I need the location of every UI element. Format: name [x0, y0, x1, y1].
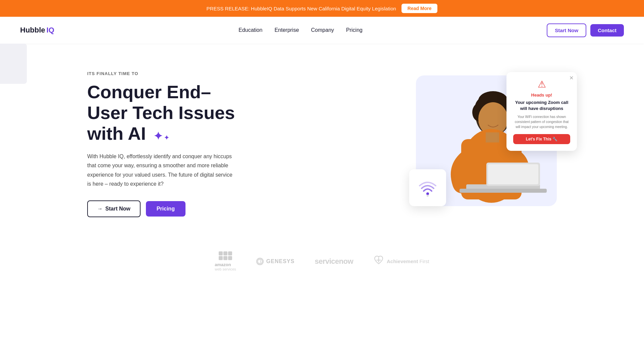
svg-point-13 — [426, 192, 429, 195]
logo[interactable]: HubbleIQ — [20, 26, 54, 35]
nav-education[interactable]: Education — [238, 27, 262, 33]
logo-hubble: Hubble — [20, 26, 45, 35]
alert-heads-up: Heads up! — [513, 93, 570, 98]
achievement-first-text: Achievement First — [387, 258, 429, 264]
wifi-card — [409, 169, 446, 206]
alert-close-button[interactable]: ✕ — [569, 75, 574, 81]
achievement-text-bold: Achievement — [387, 258, 420, 264]
svg-rect-10 — [460, 189, 547, 193]
hero-title-line3: with AI — [87, 123, 146, 143]
announcement-text: PRESS RELEASE: HubbleIQ Data Supports Ne… — [207, 6, 396, 11]
arrow-right-icon: → — [97, 206, 103, 212]
hero-title: Conquer End– User Tech Issues with AI ✦✦ — [87, 81, 235, 144]
aws-logo-sub: web services — [215, 267, 236, 271]
hero-buttons: → Start Now Pricing — [87, 200, 235, 217]
aws-logo-text: amazon — [215, 262, 236, 267]
achievement-first-logo: Achievement First — [373, 255, 429, 268]
hero-visual: ✕ ⚠ Heads up! Your upcoming Zoom call wi… — [409, 72, 577, 216]
alert-body: Your WiFi connection has shown consisten… — [513, 114, 570, 129]
hero-title-line2: User Tech Issues — [87, 103, 235, 123]
alert-fix-button[interactable]: Let's Fix This 🔧 — [513, 134, 570, 144]
hero-title-line1: Conquer End– — [87, 82, 211, 102]
announcement-bar: PRESS RELEASE: HubbleIQ Data Supports Ne… — [0, 0, 644, 17]
genesys-text: GENESYS — [266, 258, 294, 264]
sidebar-placeholder — [0, 44, 27, 84]
servicenow-logo: servicenow — [315, 257, 353, 266]
achievement-text-normal: First — [420, 258, 429, 264]
hero-description: With Hubble IQ, effortlessly identify an… — [87, 152, 235, 188]
navbar: HubbleIQ Education Enterprise Company Pr… — [0, 17, 644, 44]
nav-pricing[interactable]: Pricing — [346, 27, 363, 33]
svg-point-14 — [427, 195, 429, 197]
aws-logo: amazon web services — [215, 251, 236, 271]
hero-eyebrow: ITS FINALLY TIME TO — [87, 71, 235, 76]
logo-iq: IQ — [47, 26, 54, 35]
nav-enterprise[interactable]: Enterprise — [274, 27, 299, 33]
hero-pricing-button[interactable]: Pricing — [146, 201, 185, 217]
achievement-heart-icon — [373, 255, 384, 268]
nav-actions: Start Now Contact — [547, 23, 624, 37]
sparkles-icon: ✦✦ — [154, 130, 169, 142]
svg-rect-8 — [486, 132, 499, 142]
hero-content: ITS FINALLY TIME TO Conquer End– User Te… — [87, 71, 235, 217]
svg-rect-12 — [488, 164, 538, 184]
logos-section: amazon web services GENESYS servicenow A… — [0, 238, 644, 291]
hero-section: ITS FINALLY TIME TO Conquer End– User Te… — [0, 44, 644, 238]
alert-card: ✕ ⚠ Heads up! Your upcoming Zoom call wi… — [506, 72, 577, 151]
genesys-icon — [256, 258, 264, 265]
alert-warning-icon: ⚠ — [513, 79, 570, 90]
genesys-logo: GENESYS — [256, 258, 294, 265]
nav-start-now-button[interactable]: Start Now — [547, 23, 586, 37]
wifi-icon — [417, 176, 438, 199]
read-more-button[interactable]: Read More — [401, 4, 438, 13]
servicenow-text: servicenow — [315, 257, 353, 266]
aws-boxes-icon — [219, 251, 232, 260]
alert-title: Your upcoming Zoom call will have disrup… — [513, 100, 570, 112]
nav-company[interactable]: Company — [311, 27, 334, 33]
hero-start-now-button[interactable]: → Start Now — [87, 200, 141, 217]
nav-contact-button[interactable]: Contact — [590, 24, 624, 37]
nav-links: Education Enterprise Company Pricing — [238, 27, 362, 33]
